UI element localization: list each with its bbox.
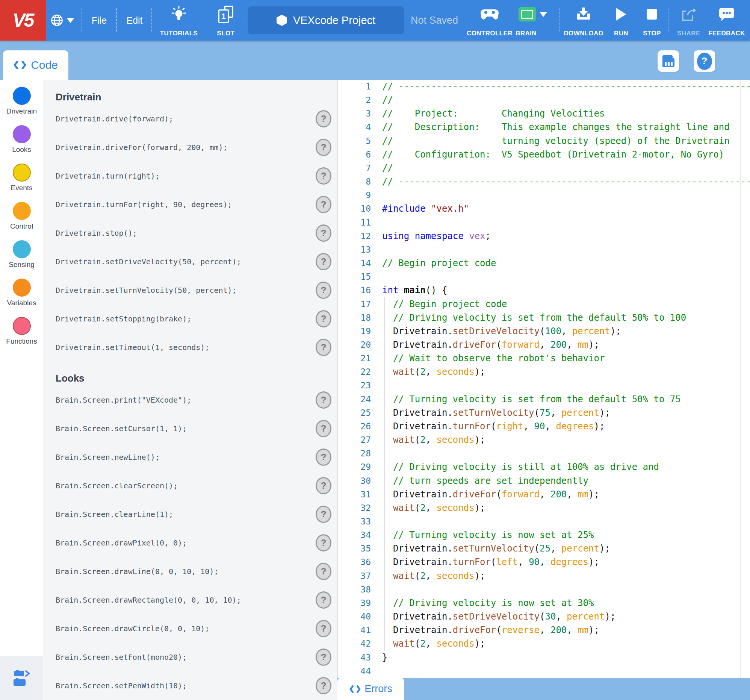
code-line[interactable]: 41 Drivetrain.driveFor(reverse, 200, mm)… <box>338 623 750 637</box>
sidebar-item-looks[interactable]: Looks <box>0 125 43 154</box>
code-line[interactable]: 35 Drivetrain.setTurnVelocity(25, percen… <box>338 542 750 555</box>
command-item[interactable]: Drivetrain.stop();? <box>43 219 337 248</box>
code-line[interactable]: 12using namespace vex; <box>338 229 750 243</box>
code-line[interactable]: 29 // Driving velocity is still at 100% … <box>338 460 750 474</box>
project-name-button[interactable]: VEXcode Project <box>247 6 404 34</box>
command-help-button[interactable]: ? <box>316 310 331 328</box>
code-line[interactable]: 34 // Turning velocity is now set at 25% <box>338 528 750 542</box>
code-line[interactable]: 7// <box>338 161 750 175</box>
sidebar-item-events[interactable]: Events <box>0 163 43 192</box>
code-line[interactable]: 31 Drivetrain.driveFor(forward, 200, mm)… <box>338 488 750 501</box>
command-help-button[interactable]: ? <box>316 225 331 242</box>
command-item[interactable]: Drivetrain.drive(forward);? <box>43 105 337 133</box>
sidebar-item-variables[interactable]: Variables <box>0 278 43 307</box>
command-item[interactable]: Brain.Screen.newLine();? <box>43 443 337 471</box>
command-help-button[interactable]: ? <box>316 196 331 213</box>
code-line[interactable]: 14// Begin project code <box>338 256 750 270</box>
code-line[interactable]: 43} <box>338 651 750 664</box>
code-line[interactable]: 38 <box>338 583 750 596</box>
command-help-button[interactable]: ? <box>316 139 331 156</box>
device-manager-button[interactable] <box>658 50 679 72</box>
code-line[interactable]: 3// Project: Changing Velocities <box>338 107 750 120</box>
command-help-button[interactable]: ? <box>316 253 331 270</box>
command-item[interactable]: Drivetrain.setStopping(brake);? <box>43 305 337 333</box>
code-line[interactable]: 32 wait(2, seconds); <box>338 501 750 515</box>
code-line[interactable]: 21 // Wait to observe the robot's behavi… <box>338 351 750 365</box>
command-help-button[interactable]: ? <box>316 167 331 185</box>
code-line[interactable]: 33 <box>338 515 750 528</box>
code-line[interactable]: 4// Description: This example changes th… <box>338 120 750 134</box>
code-line[interactable]: 39 // Driving velocity is now set at 30% <box>338 596 750 610</box>
command-help-button[interactable]: ? <box>316 391 331 409</box>
download-button[interactable]: DOWNLOAD <box>576 0 592 41</box>
tutorials-button[interactable]: TUTORIALS <box>171 0 187 41</box>
command-help-button[interactable]: ? <box>316 449 331 466</box>
code-line[interactable]: 13 <box>338 243 750 256</box>
command-help-button[interactable]: ? <box>316 110 331 128</box>
code-editor[interactable]: 1// ------------------------------------… <box>337 80 750 678</box>
command-help-button[interactable]: ? <box>316 563 331 580</box>
feedback-button[interactable]: FEEDBACK <box>718 0 735 41</box>
command-item[interactable]: Brain.Screen.drawLine(0, 0, 10, 10);? <box>43 557 337 586</box>
code-line[interactable]: 27 wait(2, seconds); <box>338 433 750 447</box>
code-line[interactable]: 15 <box>338 270 750 283</box>
sidebar-item-sensing[interactable]: Sensing <box>0 240 43 269</box>
controller-button[interactable]: CONTROLLER <box>480 0 499 41</box>
command-item[interactable]: Drivetrain.setDriveVelocity(50, percent)… <box>43 248 337 276</box>
run-button[interactable]: RUN <box>616 0 626 41</box>
command-item[interactable]: Brain.Screen.drawCircle(0, 0, 10);? <box>43 614 337 643</box>
code-line[interactable]: 20 Drivetrain.driveFor(forward, 200, mm)… <box>338 338 750 351</box>
code-line[interactable]: 25 Drivetrain.setTurnVelocity(75, percen… <box>338 406 750 420</box>
code-line[interactable]: 5// turning velocity (speed) of the Driv… <box>338 134 750 148</box>
command-help-button[interactable]: ? <box>316 620 331 637</box>
code-line[interactable]: 23 <box>338 378 750 392</box>
code-line[interactable]: 22 wait(2, seconds); <box>338 365 750 378</box>
brain-button[interactable]: BRAIN <box>518 0 547 41</box>
code-line[interactable]: 16int main() { <box>338 283 750 297</box>
command-help-button[interactable]: ? <box>316 339 331 356</box>
code-line[interactable]: 19 Drivetrain.setDriveVelocity(100, perc… <box>338 325 750 338</box>
help-button[interactable]: ? <box>694 50 715 72</box>
command-help-button[interactable]: ? <box>316 534 331 551</box>
command-item[interactable]: Brain.Screen.drawPixel(0, 0);? <box>43 529 337 557</box>
command-item[interactable]: Brain.Screen.print("VEXcode");? <box>43 386 337 414</box>
code-line[interactable]: 37 wait(2, seconds); <box>338 569 750 583</box>
command-item[interactable]: Brain.Screen.clearLine(1);? <box>43 500 337 529</box>
tab-errors[interactable]: Errors <box>337 678 404 700</box>
code-line[interactable]: 11 <box>338 216 750 229</box>
code-line[interactable]: 42 wait(2, seconds); <box>338 637 750 650</box>
command-help-button[interactable]: ? <box>316 282 331 299</box>
command-item[interactable]: Drivetrain.turn(right);? <box>43 162 337 190</box>
code-line[interactable]: 24 // Turning velocity is set from the d… <box>338 392 750 406</box>
code-line[interactable]: 26 Drivetrain.turnFor(right, 90, degrees… <box>338 420 750 433</box>
code-line[interactable]: 8// ------------------------------------… <box>338 175 750 188</box>
command-item[interactable]: Brain.Screen.setFont(mono20);? <box>43 643 337 671</box>
code-line[interactable]: 28 <box>338 447 750 460</box>
code-line[interactable]: 36 Drivetrain.turnFor(left, 90, degrees)… <box>338 555 750 569</box>
share-button[interactable]: SHARE <box>681 0 697 41</box>
sidebar-item-functions[interactable]: Functions <box>0 317 43 346</box>
code-line[interactable]: 9 <box>338 188 750 202</box>
file-menu[interactable]: File <box>92 0 107 41</box>
command-item[interactable]: Brain.Screen.clearScreen();? <box>43 471 337 500</box>
sidebar-item-control[interactable]: Control <box>0 202 43 231</box>
code-line[interactable]: 18 // Driving velocity is set from the d… <box>338 311 750 325</box>
edit-menu[interactable]: Edit <box>126 0 142 41</box>
language-button[interactable] <box>51 0 74 41</box>
command-help-button[interactable]: ? <box>316 477 331 494</box>
command-item[interactable]: Drivetrain.driveFor(forward, 200, mm);? <box>43 133 337 162</box>
code-line[interactable]: 17 // Begin project code <box>338 297 750 311</box>
code-line[interactable]: 40 Drivetrain.setDriveVelocity(30, perce… <box>338 610 750 623</box>
command-item[interactable]: Brain.Screen.setPenWidth(10);? <box>43 671 337 700</box>
sidebar-item-drivetrain[interactable]: Drivetrain <box>0 87 43 115</box>
command-help-button[interactable]: ? <box>316 506 331 523</box>
tab-code[interactable]: Code <box>3 50 68 80</box>
blocks-toggle-icon[interactable] <box>13 670 31 686</box>
stop-button[interactable]: STOP <box>647 0 657 41</box>
command-help-button[interactable]: ? <box>316 677 331 694</box>
command-item[interactable]: Drivetrain.turnFor(right, 90, degrees);? <box>43 190 337 219</box>
command-item[interactable]: Drivetrain.setTimeout(1, seconds);? <box>43 333 337 362</box>
slot-button[interactable]: 1 SLOT <box>218 0 234 41</box>
code-line[interactable]: 1// ------------------------------------… <box>338 80 750 93</box>
command-help-button[interactable]: ? <box>316 591 331 609</box>
